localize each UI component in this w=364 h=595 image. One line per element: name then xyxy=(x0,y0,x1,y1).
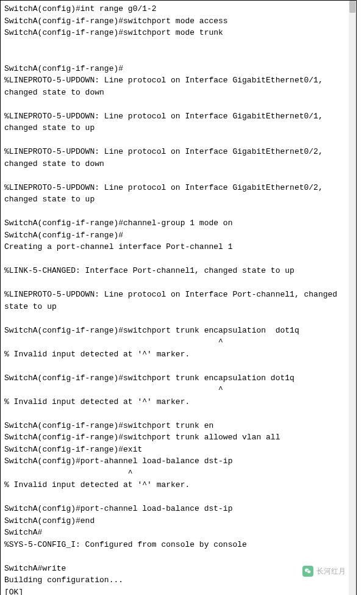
terminal-line: ^ xyxy=(4,467,352,480)
terminal-line: %SYS-5-CONFIG_I: Configured from console… xyxy=(4,539,352,551)
terminal-line: %LINEPROTO-5-UPDOWN: Line protocol on In… xyxy=(4,74,352,98)
terminal-line: Building configuration... xyxy=(4,574,352,586)
terminal-line: [OK] xyxy=(4,586,352,596)
terminal-line xyxy=(4,98,352,110)
terminal-line xyxy=(4,51,352,63)
watermark-text: 长河红月 xyxy=(316,566,346,577)
terminal-line: SwitchA(config-if-range)#switchport trun… xyxy=(4,420,352,432)
terminal-line xyxy=(4,39,352,51)
terminal-line: %LINEPROTO-5-UPDOWN: Line protocol on In… xyxy=(4,146,352,170)
scrollbar-thumb[interactable] xyxy=(349,1,355,13)
terminal-line xyxy=(4,312,352,325)
terminal-line: SwitchA(config-if-range)#switchport trun… xyxy=(4,325,352,337)
wechat-icon xyxy=(302,566,313,577)
terminal-line xyxy=(4,206,352,218)
terminal-line: SwitchA(config)#end xyxy=(4,515,352,527)
watermark: 长河红月 xyxy=(302,566,346,577)
terminal-line: SwitchA# xyxy=(4,527,352,539)
terminal-line: SwitchA(config-if-range)#exit xyxy=(4,444,352,456)
terminal-line xyxy=(4,550,352,563)
terminal-line: SwitchA(config-if-range)#switchport mode… xyxy=(4,15,352,27)
terminal-line: ^ xyxy=(4,336,352,348)
terminal-line: SwitchA(config-if-range)#channel-group 1… xyxy=(4,217,352,229)
terminal-line xyxy=(4,277,352,289)
terminal-line: SwitchA#write xyxy=(4,563,352,575)
terminal-line: SwitchA(config-if-range)#switchport trun… xyxy=(4,431,352,444)
terminal-line: %LINEPROTO-5-UPDOWN: Line protocol on In… xyxy=(4,182,352,206)
terminal-output[interactable]: SwitchA(config)#int range g0/1-2SwitchA(… xyxy=(4,3,352,595)
terminal-line: SwitchA(config-if-range)# xyxy=(4,229,352,242)
terminal-line: SwitchA(config-if-range)#switchport mode… xyxy=(4,27,352,39)
terminal-line xyxy=(4,360,352,372)
vertical-scrollbar[interactable] xyxy=(349,1,356,595)
terminal-line xyxy=(4,134,352,146)
terminal-line: %LINEPROTO-5-UPDOWN: Line protocol on In… xyxy=(4,110,352,134)
terminal-line: % Invalid input detected at '^' marker. xyxy=(4,396,352,408)
terminal-line: % Invalid input detected at '^' marker. xyxy=(4,348,352,361)
terminal-line: %LINEPROTO-5-UPDOWN: Line protocol on In… xyxy=(4,289,352,312)
terminal-line: SwitchA(config)#port-ahannel load-balanc… xyxy=(4,455,352,467)
terminal-line xyxy=(4,253,352,265)
terminal-line: SwitchA(config-if-range)# xyxy=(4,63,352,75)
terminal-line xyxy=(4,491,352,503)
terminal-line: SwitchA(config)#int range g0/1-2 xyxy=(4,3,352,15)
terminal-line: ^ xyxy=(4,384,352,396)
terminal-window: SwitchA(config)#int range g0/1-2SwitchA(… xyxy=(0,0,357,595)
terminal-line: Creating a port-channel interface Port-c… xyxy=(4,241,352,253)
terminal-line xyxy=(4,170,352,182)
terminal-line: % Invalid input detected at '^' marker. xyxy=(4,479,352,491)
terminal-line xyxy=(4,408,352,420)
terminal-line: SwitchA(config)#port-channel load-balanc… xyxy=(4,503,352,515)
terminal-line: SwitchA(config-if-range)#switchport trun… xyxy=(4,372,352,384)
terminal-line: %LINK-5-CHANGED: Interface Port-channel1… xyxy=(4,265,352,277)
